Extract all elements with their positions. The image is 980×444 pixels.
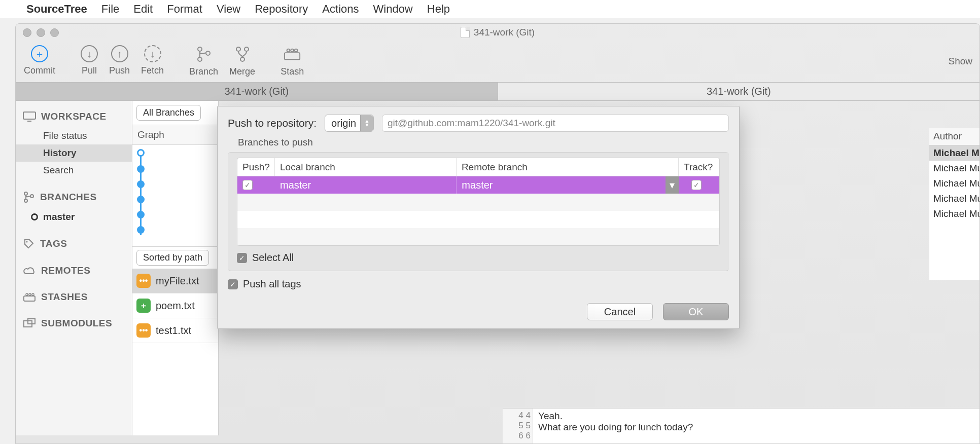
sidebar-tags-header[interactable]: TAGS: [16, 233, 132, 255]
graph-node[interactable]: [137, 211, 145, 218]
minimize-window-icon[interactable]: [37, 28, 45, 37]
current-branch-icon: [31, 213, 38, 220]
submodules-icon: [23, 318, 36, 329]
menu-actions[interactable]: Actions: [322, 3, 359, 16]
arrow-down-icon: ↓: [81, 45, 98, 62]
sidebar-submodules-header[interactable]: SUBMODULES: [16, 313, 132, 334]
diff-view: 4 4 5 5 6 6 Yeah. What are you doing for…: [503, 408, 979, 443]
file-icon: [461, 27, 470, 38]
svg-point-0: [198, 47, 202, 51]
sidebar-item-history[interactable]: History: [16, 144, 132, 162]
menu-repository[interactable]: Repository: [255, 3, 308, 16]
menu-edit[interactable]: Edit: [133, 3, 153, 16]
svg-point-11: [24, 192, 27, 195]
commit-button[interactable]: ＋ Commit: [24, 45, 55, 76]
window-controls[interactable]: [23, 28, 59, 37]
author-row[interactable]: Michael Mu: [929, 145, 979, 161]
ok-button[interactable]: OK: [663, 303, 729, 320]
fetch-button[interactable]: ↓ Fetch: [141, 45, 164, 76]
cancel-button[interactable]: Cancel: [587, 303, 653, 320]
svg-point-7: [287, 49, 290, 52]
graph-node[interactable]: [137, 196, 145, 203]
graph-node[interactable]: [137, 180, 145, 188]
track-checkbox[interactable]: ✓: [691, 180, 702, 190]
tab-repo-1[interactable]: 341-work (Git): [16, 83, 498, 100]
menu-help[interactable]: Help: [427, 3, 450, 16]
th-push[interactable]: Push?: [237, 158, 275, 176]
sidebar-item-file-status[interactable]: File status: [16, 127, 132, 144]
th-remote[interactable]: Remote branch: [457, 158, 679, 176]
remote-url-field[interactable]: git@github.com:mam1220/341-work.git: [382, 115, 729, 132]
svg-rect-10: [23, 112, 36, 119]
remote-select[interactable]: origin ▲▼: [325, 115, 374, 132]
push-all-tags-checkbox[interactable]: ✓: [228, 279, 238, 289]
svg-point-5: [240, 57, 244, 61]
author-header[interactable]: Author: [929, 128, 979, 145]
menu-window[interactable]: Window: [373, 3, 413, 16]
push-all-tags-label: Push all tags: [243, 278, 301, 290]
sidebar-branch-master[interactable]: master: [16, 208, 132, 226]
select-all-checkbox[interactable]: ✓: [237, 253, 247, 263]
close-window-icon[interactable]: [23, 28, 31, 37]
file-name: myFile.txt: [156, 275, 199, 287]
graph-node[interactable]: [137, 165, 145, 173]
added-icon: ＋: [136, 299, 151, 313]
push-button[interactable]: ↑ Push: [109, 45, 130, 76]
sidebar-item-search[interactable]: Search: [16, 162, 132, 179]
chevron-down-icon[interactable]: ▾: [666, 176, 679, 194]
svg-point-2: [206, 51, 210, 55]
svg-rect-6: [285, 53, 300, 59]
author-row[interactable]: Michael Mu: [929, 191, 979, 206]
graph-node[interactable]: [137, 226, 145, 234]
svg-point-3: [236, 47, 240, 51]
cloud-icon: [23, 266, 36, 276]
tab-repo-2[interactable]: 341-work (Git): [498, 83, 980, 100]
th-track[interactable]: Track?: [679, 158, 719, 176]
branches-icon: [23, 191, 35, 203]
remote-branch-cell[interactable]: master ▾: [456, 176, 679, 194]
local-branch-cell: master: [275, 176, 456, 194]
branch-row[interactable]: ✓ master master ▾ ✓: [237, 176, 719, 194]
pull-label: Pull: [82, 65, 97, 76]
zoom-window-icon[interactable]: [50, 28, 59, 37]
modified-icon: •••: [136, 274, 151, 288]
stash-sidebar-icon: [23, 292, 36, 302]
sidebar-workspace-header[interactable]: WORKSPACE: [16, 106, 132, 127]
file-row[interactable]: ••• myFile.txt: [132, 269, 218, 293]
th-local[interactable]: Local branch: [275, 158, 457, 176]
sidebar-stashes-header[interactable]: STASHES: [16, 286, 132, 308]
app-name[interactable]: SourceTree: [26, 3, 87, 16]
diff-content: Yeah. What are you doing for lunch today…: [533, 409, 698, 443]
branch-button[interactable]: Branch: [189, 45, 218, 77]
sort-dropdown[interactable]: Sorted by path: [136, 250, 209, 266]
modified-icon: •••: [136, 323, 151, 338]
menu-format[interactable]: Format: [167, 3, 202, 16]
graph-node[interactable]: [137, 149, 145, 157]
tag-icon: [23, 238, 35, 250]
menu-file[interactable]: File: [101, 3, 119, 16]
push-checkbox[interactable]: ✓: [242, 180, 253, 190]
menubar[interactable]: SourceTree File Edit Format View Reposit…: [0, 0, 980, 18]
commit-graph[interactable]: [132, 145, 218, 246]
svg-point-4: [244, 47, 249, 51]
svg-point-14: [26, 241, 28, 243]
stash-button[interactable]: Stash: [281, 45, 304, 77]
mid-column: All Branches Graph Sorted by path ••• my…: [132, 101, 219, 435]
pull-button[interactable]: ↓ Pull: [81, 45, 98, 76]
sidebar-remotes-header[interactable]: REMOTES: [16, 260, 132, 281]
all-branches-dropdown[interactable]: All Branches: [136, 105, 201, 121]
menu-view[interactable]: View: [217, 3, 240, 16]
merge-button[interactable]: Merge: [229, 45, 255, 77]
author-row[interactable]: Michael Mu: [929, 206, 979, 221]
author-row[interactable]: Michael Mu: [929, 176, 979, 191]
show-button[interactable]: Show: [948, 56, 972, 67]
file-row[interactable]: ••• test1.txt: [132, 318, 218, 343]
file-name: poem.txt: [156, 300, 195, 312]
file-row[interactable]: ＋ poem.txt: [132, 293, 218, 318]
titlebar[interactable]: 341-work (Git): [16, 24, 979, 41]
window-title: 341-work (Git): [474, 27, 535, 38]
sidebar-branches-header[interactable]: BRANCHES: [16, 186, 132, 208]
branch-icon: [195, 45, 213, 63]
sidebar: WORKSPACE File status History Search BRA…: [16, 101, 132, 435]
author-row[interactable]: Michael Mu: [929, 161, 979, 176]
